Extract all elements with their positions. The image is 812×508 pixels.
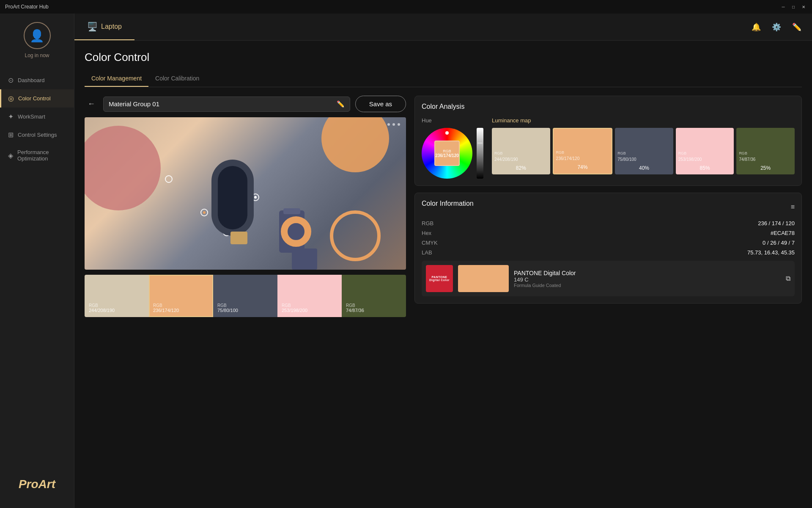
pantone-swatch xyxy=(458,265,509,292)
pantone-row: PANTONE Digital Color PANTONE Digital Co… xyxy=(422,261,795,296)
image-canvas xyxy=(85,117,406,270)
laptop-icon: 🖥️ xyxy=(87,22,98,32)
sidebar-item-worksmart[interactable]: ✦ WorkSmart xyxy=(0,108,74,126)
avatar-area: 👤 Log in now xyxy=(24,22,51,58)
hue-section: Hue RGB 236/174/120 xyxy=(422,117,483,179)
user-icon: 👤 xyxy=(30,29,44,43)
swatch-val-4: 74/87/36 xyxy=(346,308,402,313)
lum-swatch-rgb-2: RGB xyxy=(617,151,671,155)
analysis-content: Hue RGB 236/174/120 xyxy=(422,117,795,179)
info-val-rgb: 236 / 174 / 120 xyxy=(758,220,795,226)
pantone-info: PANTONE Digital Color 149 C Formula Guid… xyxy=(514,270,781,288)
swatch-0[interactable]: RGB 244/208/190 xyxy=(85,275,149,317)
analysis-title: Color Analysis xyxy=(422,103,795,110)
lum-swatch-val-2: 75/80/100 xyxy=(617,157,671,162)
lum-swatch-rgb-3: RGB xyxy=(678,151,732,155)
luminance-swatches: RGB 244/208/190 82% RGB 236/174/120 74% xyxy=(492,128,795,174)
sidebar-item-label: Color Control xyxy=(18,95,51,102)
sidebar-item-dashboard[interactable]: ⊙ Dashboard xyxy=(0,71,74,89)
minimize-button[interactable]: ─ xyxy=(780,3,787,10)
edit-icon[interactable]: ✏️ xyxy=(337,100,345,108)
hue-wheel-area: RGB 236/174/120 xyxy=(422,128,483,179)
profile-name-field[interactable]: Material Group 01 ✏️ xyxy=(103,97,350,112)
app-layout: 👤 Log in now ⊙ Dashboard ◎ Color Control… xyxy=(0,14,812,508)
pantone-logo-text-2: Digital Color xyxy=(429,279,450,282)
window-controls: ─ □ ✕ xyxy=(780,3,807,10)
swatch-4[interactable]: RGB 74/87/36 xyxy=(342,275,406,317)
tabs: Color Management Color Calibration xyxy=(85,71,802,87)
page-header: Color Control xyxy=(74,41,812,71)
pantone-code: 149 C xyxy=(514,276,781,283)
svg-rect-4 xyxy=(283,208,300,214)
main-content: 🖥️ Laptop 🔔 ⚙️ ✏️ Color Control Color Ma… xyxy=(74,14,812,508)
svg-rect-1 xyxy=(218,166,247,229)
lum-percent-1: 74% xyxy=(556,164,609,170)
hue-center: RGB 236/174/120 xyxy=(434,141,460,166)
tab-color-calibration[interactable]: Color Calibration xyxy=(148,71,206,87)
luminance-bar[interactable] xyxy=(477,128,483,179)
info-rows: RGB 236 / 174 / 120 Hex #ECAE78 CMYK 0 /… xyxy=(422,220,795,256)
settings-button[interactable]: ⚙️ xyxy=(768,19,785,36)
hue-center-rgb: RGB xyxy=(443,149,451,153)
swatch-1[interactable]: RGB 236/174/120 xyxy=(149,275,213,317)
topbar-actions: 🔔 ⚙️ ✏️ xyxy=(748,19,812,36)
lum-swatch-1[interactable]: RGB 236/174/120 74% xyxy=(553,128,613,174)
info-val-cmyk: 0 / 26 / 49 / 7 xyxy=(763,240,795,246)
info-row-cmyk: CMYK 0 / 26 / 49 / 7 xyxy=(422,240,795,246)
lum-swatch-3[interactable]: RGB 253/198/200 85% xyxy=(676,128,734,174)
decorative-circle-top-right xyxy=(321,117,389,172)
sidebar-item-color-control[interactable]: ◎ Color Control xyxy=(0,89,74,108)
lum-swatch-val-3: 253/198/200 xyxy=(678,157,732,162)
device-label: Laptop xyxy=(101,23,122,30)
lum-swatch-2[interactable]: RGB 75/80/100 40% xyxy=(615,128,673,174)
lum-swatch-rgb-1: RGB xyxy=(556,150,609,155)
sidebar-item-label: Dashboard xyxy=(18,77,45,83)
back-button[interactable]: ← xyxy=(85,97,98,111)
sidebar-item-label: Control Settings xyxy=(18,132,57,138)
sidebar: 👤 Log in now ⊙ Dashboard ◎ Color Control… xyxy=(0,14,74,508)
login-text[interactable]: Log in now xyxy=(25,52,49,58)
tab-color-management[interactable]: Color Management xyxy=(85,71,148,87)
swatch-rgb-2: RGB xyxy=(217,303,273,308)
sidebar-bottom: ProArt xyxy=(12,469,62,500)
avatar: 👤 xyxy=(24,22,51,49)
info-val-lab: 75.73, 16.43, 45.35 xyxy=(747,249,795,256)
pantone-subtitle: Formula Guide Coated xyxy=(514,283,781,288)
hue-wheel[interactable]: RGB 236/174/120 xyxy=(422,128,472,179)
hue-indicator xyxy=(445,131,449,135)
info-row-lab: LAB 75.73, 16.43, 45.35 xyxy=(422,249,795,256)
feedback-button[interactable]: ✏️ xyxy=(788,19,805,36)
swatch-rgb-1: RGB xyxy=(153,303,209,308)
profile-name-text: Material Group 01 xyxy=(109,100,159,108)
lum-swatch-0[interactable]: RGB 244/208/190 82% xyxy=(492,128,550,174)
info-key-rgb: RGB xyxy=(422,220,433,226)
list-icon[interactable]: ≡ xyxy=(791,203,795,211)
info-header: Color Information ≡ xyxy=(422,200,795,214)
left-panel: ← Material Group 01 ✏️ Save as xyxy=(85,96,406,500)
notification-button[interactable]: 🔔 xyxy=(748,19,765,36)
svg-rect-2 xyxy=(230,232,247,244)
sidebar-item-label: WorkSmart xyxy=(18,113,45,120)
pantone-title: PANTONE Digital Color xyxy=(514,270,781,276)
swatch-val-3: 253/198/200 xyxy=(282,308,337,313)
close-button[interactable]: ✕ xyxy=(800,3,807,10)
svg-rect-5 xyxy=(292,248,317,270)
dashboard-icon: ⊙ xyxy=(8,76,14,84)
info-val-hex: #ECAE78 xyxy=(771,230,795,236)
swatch-3[interactable]: RGB 253/198/200 xyxy=(277,275,342,317)
save-as-button[interactable]: Save as xyxy=(355,96,406,112)
swatch-2[interactable]: RGB 75/80/100 xyxy=(213,275,277,317)
worksmart-icon: ✦ xyxy=(8,113,14,121)
toolbar-row: ← Material Group 01 ✏️ Save as xyxy=(85,96,406,112)
performance-icon: ◈ xyxy=(8,152,13,160)
maximize-button[interactable]: □ xyxy=(790,3,797,10)
color-info-panel: Color Information ≡ RGB 236 / 174 / 120 … xyxy=(414,193,802,304)
decorative-circle-bottom-right xyxy=(330,210,381,261)
hue-center-val: 236/174/120 xyxy=(435,153,459,158)
lum-swatch-4[interactable]: RGB 74/87/36 25% xyxy=(736,128,795,174)
sidebar-item-performance[interactable]: ◈ Performance Optimization xyxy=(0,144,74,167)
lum-swatch-val-1: 236/174/120 xyxy=(556,156,609,161)
copy-button[interactable]: ⧉ xyxy=(786,275,790,282)
sidebar-item-control-settings[interactable]: ⊞ Control Settings xyxy=(0,126,74,144)
device-tab[interactable]: 🖥️ Laptop xyxy=(74,14,134,40)
